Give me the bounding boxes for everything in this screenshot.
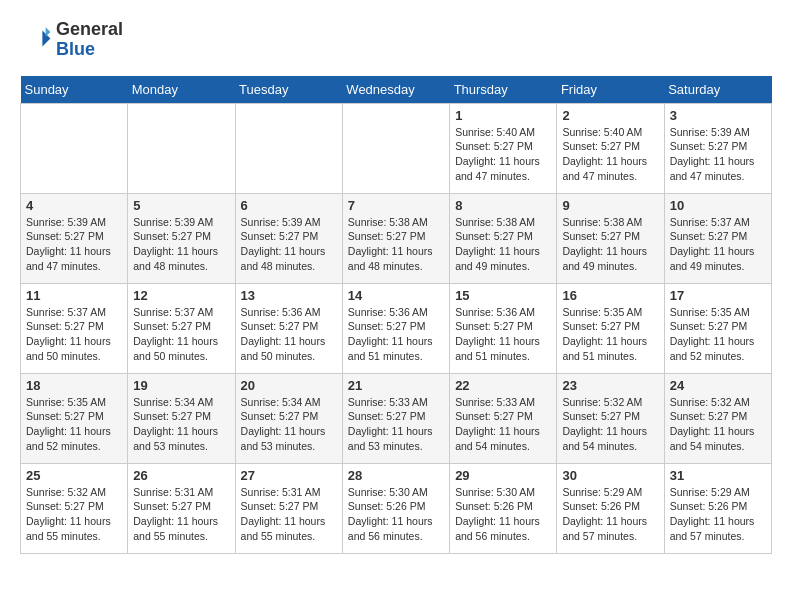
calendar-cell: 16Sunrise: 5:35 AMSunset: 5:27 PMDayligh… bbox=[557, 283, 664, 373]
calendar-cell: 20Sunrise: 5:34 AMSunset: 5:27 PMDayligh… bbox=[235, 373, 342, 463]
weekday-header-monday: Monday bbox=[128, 76, 235, 104]
day-number: 6 bbox=[241, 198, 337, 213]
day-number: 13 bbox=[241, 288, 337, 303]
day-number: 18 bbox=[26, 378, 122, 393]
day-number: 23 bbox=[562, 378, 658, 393]
calendar-cell: 18Sunrise: 5:35 AMSunset: 5:27 PMDayligh… bbox=[21, 373, 128, 463]
day-info: Sunrise: 5:39 AMSunset: 5:27 PMDaylight:… bbox=[241, 215, 337, 274]
day-info: Sunrise: 5:38 AMSunset: 5:27 PMDaylight:… bbox=[348, 215, 444, 274]
day-info: Sunrise: 5:31 AMSunset: 5:27 PMDaylight:… bbox=[241, 485, 337, 544]
day-info: Sunrise: 5:32 AMSunset: 5:27 PMDaylight:… bbox=[670, 395, 766, 454]
day-info: Sunrise: 5:33 AMSunset: 5:27 PMDaylight:… bbox=[455, 395, 551, 454]
logo-text: General Blue bbox=[56, 20, 123, 60]
weekday-header-friday: Friday bbox=[557, 76, 664, 104]
weekday-header-sunday: Sunday bbox=[21, 76, 128, 104]
day-number: 21 bbox=[348, 378, 444, 393]
day-number: 29 bbox=[455, 468, 551, 483]
calendar-cell: 15Sunrise: 5:36 AMSunset: 5:27 PMDayligh… bbox=[450, 283, 557, 373]
day-number: 25 bbox=[26, 468, 122, 483]
day-number: 8 bbox=[455, 198, 551, 213]
day-number: 31 bbox=[670, 468, 766, 483]
day-info: Sunrise: 5:39 AMSunset: 5:27 PMDaylight:… bbox=[670, 125, 766, 184]
day-info: Sunrise: 5:33 AMSunset: 5:27 PMDaylight:… bbox=[348, 395, 444, 454]
weekday-header-thursday: Thursday bbox=[450, 76, 557, 104]
svg-marker-1 bbox=[46, 27, 51, 37]
calendar-cell: 7Sunrise: 5:38 AMSunset: 5:27 PMDaylight… bbox=[342, 193, 449, 283]
logo: General Blue bbox=[20, 20, 123, 60]
calendar-cell: 10Sunrise: 5:37 AMSunset: 5:27 PMDayligh… bbox=[664, 193, 771, 283]
calendar-week-row: 11Sunrise: 5:37 AMSunset: 5:27 PMDayligh… bbox=[21, 283, 772, 373]
calendar-cell: 31Sunrise: 5:29 AMSunset: 5:26 PMDayligh… bbox=[664, 463, 771, 553]
calendar-cell: 9Sunrise: 5:38 AMSunset: 5:27 PMDaylight… bbox=[557, 193, 664, 283]
calendar-cell: 22Sunrise: 5:33 AMSunset: 5:27 PMDayligh… bbox=[450, 373, 557, 463]
day-number: 7 bbox=[348, 198, 444, 213]
day-number: 17 bbox=[670, 288, 766, 303]
day-info: Sunrise: 5:39 AMSunset: 5:27 PMDaylight:… bbox=[133, 215, 229, 274]
calendar-cell: 4Sunrise: 5:39 AMSunset: 5:27 PMDaylight… bbox=[21, 193, 128, 283]
day-number: 3 bbox=[670, 108, 766, 123]
calendar-week-row: 25Sunrise: 5:32 AMSunset: 5:27 PMDayligh… bbox=[21, 463, 772, 553]
calendar-cell: 1Sunrise: 5:40 AMSunset: 5:27 PMDaylight… bbox=[450, 103, 557, 193]
calendar-cell: 11Sunrise: 5:37 AMSunset: 5:27 PMDayligh… bbox=[21, 283, 128, 373]
calendar-cell: 8Sunrise: 5:38 AMSunset: 5:27 PMDaylight… bbox=[450, 193, 557, 283]
calendar-cell: 2Sunrise: 5:40 AMSunset: 5:27 PMDaylight… bbox=[557, 103, 664, 193]
day-number: 9 bbox=[562, 198, 658, 213]
calendar-cell: 21Sunrise: 5:33 AMSunset: 5:27 PMDayligh… bbox=[342, 373, 449, 463]
day-info: Sunrise: 5:36 AMSunset: 5:27 PMDaylight:… bbox=[241, 305, 337, 364]
calendar-cell: 26Sunrise: 5:31 AMSunset: 5:27 PMDayligh… bbox=[128, 463, 235, 553]
logo-icon bbox=[20, 24, 52, 56]
day-number: 26 bbox=[133, 468, 229, 483]
weekday-header-saturday: Saturday bbox=[664, 76, 771, 104]
day-info: Sunrise: 5:29 AMSunset: 5:26 PMDaylight:… bbox=[562, 485, 658, 544]
calendar-cell: 3Sunrise: 5:39 AMSunset: 5:27 PMDaylight… bbox=[664, 103, 771, 193]
page-header: General Blue bbox=[20, 20, 772, 60]
day-info: Sunrise: 5:31 AMSunset: 5:27 PMDaylight:… bbox=[133, 485, 229, 544]
day-number: 24 bbox=[670, 378, 766, 393]
day-info: Sunrise: 5:34 AMSunset: 5:27 PMDaylight:… bbox=[133, 395, 229, 454]
calendar-cell bbox=[342, 103, 449, 193]
day-info: Sunrise: 5:30 AMSunset: 5:26 PMDaylight:… bbox=[455, 485, 551, 544]
day-info: Sunrise: 5:30 AMSunset: 5:26 PMDaylight:… bbox=[348, 485, 444, 544]
day-number: 2 bbox=[562, 108, 658, 123]
calendar-cell bbox=[235, 103, 342, 193]
day-info: Sunrise: 5:40 AMSunset: 5:27 PMDaylight:… bbox=[562, 125, 658, 184]
day-number: 4 bbox=[26, 198, 122, 213]
day-info: Sunrise: 5:36 AMSunset: 5:27 PMDaylight:… bbox=[348, 305, 444, 364]
calendar-cell bbox=[21, 103, 128, 193]
weekday-header-row: SundayMondayTuesdayWednesdayThursdayFrid… bbox=[21, 76, 772, 104]
calendar-cell: 27Sunrise: 5:31 AMSunset: 5:27 PMDayligh… bbox=[235, 463, 342, 553]
calendar-cell: 12Sunrise: 5:37 AMSunset: 5:27 PMDayligh… bbox=[128, 283, 235, 373]
day-number: 28 bbox=[348, 468, 444, 483]
calendar-cell: 30Sunrise: 5:29 AMSunset: 5:26 PMDayligh… bbox=[557, 463, 664, 553]
calendar-cell: 25Sunrise: 5:32 AMSunset: 5:27 PMDayligh… bbox=[21, 463, 128, 553]
day-info: Sunrise: 5:35 AMSunset: 5:27 PMDaylight:… bbox=[670, 305, 766, 364]
calendar-week-row: 1Sunrise: 5:40 AMSunset: 5:27 PMDaylight… bbox=[21, 103, 772, 193]
calendar-cell: 29Sunrise: 5:30 AMSunset: 5:26 PMDayligh… bbox=[450, 463, 557, 553]
day-info: Sunrise: 5:32 AMSunset: 5:27 PMDaylight:… bbox=[26, 485, 122, 544]
day-info: Sunrise: 5:37 AMSunset: 5:27 PMDaylight:… bbox=[26, 305, 122, 364]
calendar-cell: 17Sunrise: 5:35 AMSunset: 5:27 PMDayligh… bbox=[664, 283, 771, 373]
day-number: 14 bbox=[348, 288, 444, 303]
day-number: 12 bbox=[133, 288, 229, 303]
day-info: Sunrise: 5:37 AMSunset: 5:27 PMDaylight:… bbox=[133, 305, 229, 364]
calendar-cell: 24Sunrise: 5:32 AMSunset: 5:27 PMDayligh… bbox=[664, 373, 771, 463]
day-number: 10 bbox=[670, 198, 766, 213]
day-info: Sunrise: 5:37 AMSunset: 5:27 PMDaylight:… bbox=[670, 215, 766, 274]
calendar-week-row: 4Sunrise: 5:39 AMSunset: 5:27 PMDaylight… bbox=[21, 193, 772, 283]
calendar-cell: 6Sunrise: 5:39 AMSunset: 5:27 PMDaylight… bbox=[235, 193, 342, 283]
day-info: Sunrise: 5:34 AMSunset: 5:27 PMDaylight:… bbox=[241, 395, 337, 454]
calendar-cell: 23Sunrise: 5:32 AMSunset: 5:27 PMDayligh… bbox=[557, 373, 664, 463]
day-number: 1 bbox=[455, 108, 551, 123]
day-number: 20 bbox=[241, 378, 337, 393]
day-number: 16 bbox=[562, 288, 658, 303]
weekday-header-tuesday: Tuesday bbox=[235, 76, 342, 104]
day-number: 22 bbox=[455, 378, 551, 393]
calendar-cell: 28Sunrise: 5:30 AMSunset: 5:26 PMDayligh… bbox=[342, 463, 449, 553]
calendar-table: SundayMondayTuesdayWednesdayThursdayFrid… bbox=[20, 76, 772, 554]
day-number: 11 bbox=[26, 288, 122, 303]
day-number: 5 bbox=[133, 198, 229, 213]
day-info: Sunrise: 5:29 AMSunset: 5:26 PMDaylight:… bbox=[670, 485, 766, 544]
calendar-cell bbox=[128, 103, 235, 193]
day-number: 15 bbox=[455, 288, 551, 303]
day-number: 19 bbox=[133, 378, 229, 393]
